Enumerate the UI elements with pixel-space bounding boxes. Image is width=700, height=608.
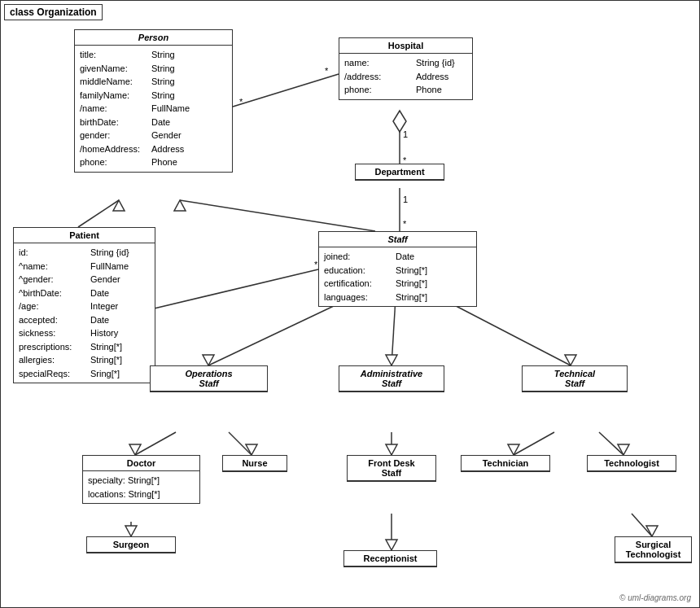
patient-title: Patient: [14, 228, 155, 243]
svg-text:*: *: [403, 219, 407, 229]
operations-staff-class: OperationsStaff: [150, 365, 268, 392]
svg-marker-11: [113, 200, 125, 211]
department-class: Department: [355, 164, 444, 181]
svg-marker-20: [386, 355, 397, 365]
svg-marker-30: [508, 444, 519, 455]
surgeon-title: Surgeon: [87, 537, 175, 553]
administrative-staff-class: AdministrativeStaff: [339, 365, 444, 392]
staff-attrs: joined:Date education:String[*] certific…: [319, 247, 476, 306]
svg-marker-24: [129, 444, 141, 455]
svg-marker-13: [174, 200, 186, 211]
technical-staff-class: TechnicalStaff: [522, 365, 628, 392]
administrative-staff-title: AdministrativeStaff: [339, 366, 444, 391]
front-desk-staff-title: Front DeskStaff: [348, 456, 435, 481]
person-attrs: title:String givenName:String middleName…: [75, 46, 232, 172]
svg-text:1: 1: [403, 195, 408, 204]
technologist-title: Technologist: [588, 456, 676, 471]
nurse-title: Nurse: [223, 456, 287, 471]
svg-marker-34: [125, 526, 137, 536]
svg-line-25: [229, 432, 252, 455]
svg-line-31: [599, 432, 623, 455]
svg-line-12: [180, 200, 375, 231]
copyright: © uml-diagrams.org: [619, 593, 691, 602]
technician-class: Technician: [461, 455, 550, 472]
svg-line-10: [78, 200, 119, 227]
technician-title: Technician: [462, 456, 549, 471]
svg-line-21: [440, 298, 571, 365]
svg-text:1: 1: [403, 129, 408, 139]
surgical-technologist-class: SurgicalTechnologist: [615, 536, 692, 563]
svg-line-19: [392, 298, 396, 365]
svg-line-0: [233, 74, 339, 107]
svg-text:*: *: [325, 66, 329, 76]
person-title: Person: [75, 30, 232, 46]
technologist-class: Technologist: [587, 455, 676, 472]
nurse-class: Nurse: [222, 455, 287, 472]
staff-title: Staff: [319, 232, 476, 247]
diagram-title: class Organization: [4, 4, 103, 20]
doctor-title: Doctor: [83, 456, 199, 471]
surgeon-class: Surgeon: [86, 536, 176, 553]
doctor-class: Doctor specialty: String[*] locations: S…: [82, 455, 200, 504]
front-desk-staff-class: Front DeskStaff: [347, 455, 436, 482]
svg-marker-38: [646, 526, 658, 536]
svg-marker-28: [386, 444, 397, 455]
doctor-attrs: specialty: String[*] locations: String[*…: [83, 471, 199, 503]
hospital-class: Hospital name:String {id} /address:Addre…: [339, 37, 473, 100]
svg-text:*: *: [239, 97, 243, 107]
receptionist-title: Receptionist: [344, 551, 436, 566]
svg-marker-4: [393, 111, 406, 132]
svg-marker-26: [246, 444, 257, 455]
operations-staff-title: OperationsStaff: [151, 366, 267, 391]
svg-marker-36: [386, 540, 397, 550]
person-class: Person title:String givenName:String mid…: [74, 29, 233, 173]
technical-staff-title: TechnicalStaff: [523, 366, 627, 391]
svg-line-17: [208, 298, 351, 365]
hospital-attrs: name:String {id} /address:Address phone:…: [339, 54, 472, 99]
hospital-title: Hospital: [339, 38, 472, 54]
svg-marker-22: [565, 355, 576, 365]
svg-line-29: [514, 432, 554, 455]
svg-line-37: [632, 514, 652, 536]
patient-attrs: id:String {id} ^name:FullName ^gender:Ge…: [14, 243, 155, 383]
department-title: Department: [356, 164, 444, 180]
surgical-technologist-title: SurgicalTechnologist: [615, 537, 691, 562]
staff-class: Staff joined:Date education:String[*] ce…: [318, 231, 477, 307]
svg-marker-18: [203, 355, 214, 365]
receptionist-class: Receptionist: [343, 550, 437, 567]
svg-marker-32: [618, 444, 629, 455]
svg-line-14: [147, 269, 318, 310]
patient-class: Patient id:String {id} ^name:FullName ^g…: [13, 227, 155, 383]
uml-diagram: class Organization * * 1 * 1 *: [0, 0, 700, 608]
svg-line-23: [135, 432, 176, 455]
